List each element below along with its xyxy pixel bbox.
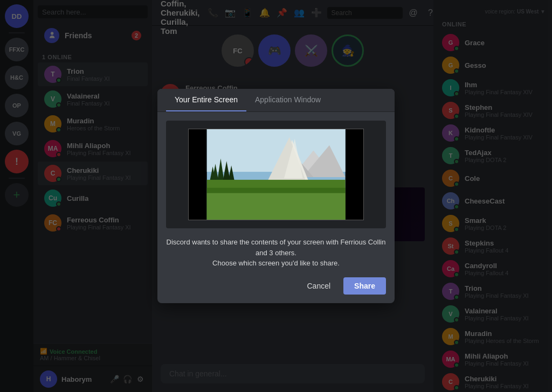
svg-rect-14 [207, 193, 346, 220]
modal-overlay: Your Entire Screen Application Window [0, 0, 552, 392]
screen-preview [166, 121, 386, 228]
screen-preview-inner [188, 129, 364, 220]
modal-actions: Cancel Share [166, 277, 386, 295]
app-container: DD FFXC H&C OP VG ! + Friends [0, 0, 552, 392]
modal-tabs: Your Entire Screen Application Window [157, 89, 395, 112]
share-button[interactable]: Share [343, 277, 386, 295]
mountain-scene-svg [189, 129, 363, 220]
tab-entire-screen[interactable]: Your Entire Screen [166, 89, 246, 111]
cancel-button[interactable]: Cancel [298, 277, 339, 295]
modal-message: Discord wants to share the contents of y… [166, 237, 386, 269]
screen-share-modal: Your Entire Screen Application Window [157, 89, 395, 303]
tab-application-window[interactable]: Application Window [246, 89, 329, 111]
modal-body: Discord wants to share the contents of y… [157, 112, 395, 303]
